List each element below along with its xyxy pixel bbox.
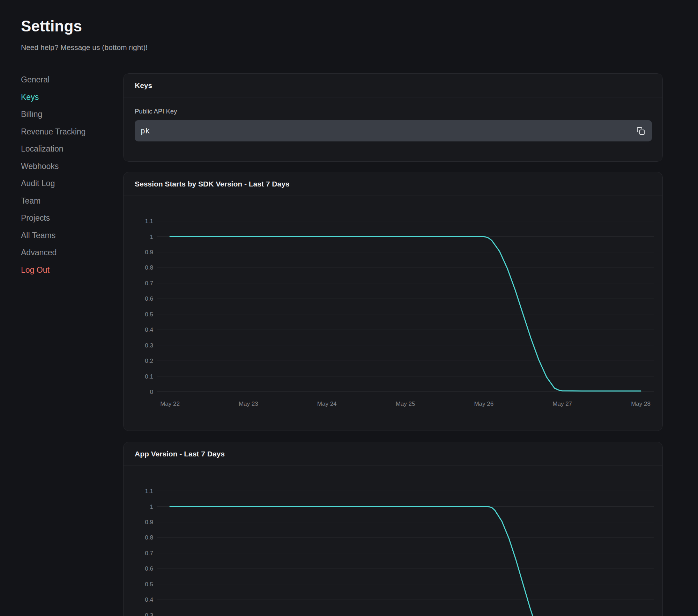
app-version-line-chart: 00.10.20.30.40.50.60.70.80.911.1May 22Ma…	[124, 465, 663, 616]
x-tick-label: May 25	[396, 401, 415, 407]
sdk-version-line-chart: 00.10.20.30.40.50.60.70.80.911.1May 22Ma…	[124, 196, 663, 431]
y-tick-label: 0.1	[145, 373, 153, 380]
sidebar-item-general[interactable]: General	[21, 71, 108, 89]
copy-icon[interactable]	[636, 126, 646, 136]
y-tick-label: 0.8	[145, 264, 153, 271]
sidebar-item-projects[interactable]: Projects	[21, 210, 108, 227]
page-title: Settings	[21, 17, 82, 35]
x-tick-label: May 28	[631, 401, 651, 407]
x-tick-label: May 26	[474, 401, 493, 407]
page-subtitle: Need help? Message us (bottom right)!	[21, 43, 148, 52]
public-api-key-input[interactable]: pk_	[135, 120, 652, 141]
sidebar-item-audit-log[interactable]: Audit Log	[21, 175, 108, 192]
sidebar: General Keys Billing Revenue Tracking Lo…	[21, 71, 108, 279]
y-tick-label: 0.7	[145, 280, 153, 287]
sdk-version-chart-title: Session Starts by SDK Version - Last 7 D…	[135, 180, 290, 188]
y-tick-label: 1.1	[145, 218, 153, 225]
y-tick-label: 1	[150, 234, 153, 240]
sidebar-item-keys[interactable]: Keys	[21, 89, 108, 106]
sidebar-item-team[interactable]: Team	[21, 192, 108, 210]
y-tick-label: 0.5	[145, 311, 153, 318]
public-api-key-value: pk_	[141, 127, 154, 135]
sidebar-item-advanced[interactable]: Advanced	[21, 244, 108, 262]
sidebar-item-webhooks[interactable]: Webhooks	[21, 158, 108, 175]
y-tick-label: 0	[150, 389, 153, 395]
app-version-chart-header: App Version - Last 7 Days	[124, 442, 662, 466]
y-tick-label: 0.6	[145, 565, 153, 572]
y-tick-label: 0.3	[145, 342, 153, 349]
x-tick-label: May 27	[552, 401, 572, 407]
series-line	[170, 237, 641, 391]
public-api-key-label: Public API Key	[135, 108, 651, 115]
y-tick-label: 0.5	[145, 581, 153, 588]
y-tick-label: 0.9	[145, 519, 153, 526]
sidebar-item-log-out[interactable]: Log Out	[21, 262, 108, 279]
y-tick-label: 0.4	[145, 596, 153, 603]
app-version-chart-title: App Version - Last 7 Days	[135, 450, 225, 458]
sidebar-item-all-teams[interactable]: All Teams	[21, 227, 108, 244]
y-tick-label: 1	[150, 504, 153, 510]
x-tick-label: May 24	[317, 401, 337, 407]
y-tick-label: 0.7	[145, 550, 153, 557]
x-tick-label: May 23	[239, 401, 258, 407]
y-tick-label: 0.4	[145, 327, 153, 333]
y-tick-label: 0.2	[145, 358, 153, 364]
y-tick-label: 1.1	[145, 488, 153, 494]
keys-card: Keys Public API Key pk_	[123, 73, 663, 162]
sidebar-item-billing[interactable]: Billing	[21, 106, 108, 123]
x-tick-label: May 22	[160, 401, 180, 407]
keys-card-header: Keys	[124, 74, 662, 97]
y-tick-label: 0.9	[145, 249, 153, 256]
app-version-chart-card: App Version - Last 7 Days 00.10.20.30.40…	[123, 442, 663, 616]
keys-card-title: Keys	[135, 81, 152, 90]
settings-page: Settings Need help? Message us (bottom r…	[0, 0, 698, 616]
keys-card-body: Public API Key pk_	[124, 97, 662, 141]
sdk-version-chart-header: Session Starts by SDK Version - Last 7 D…	[124, 172, 662, 196]
sdk-version-chart-card: Session Starts by SDK Version - Last 7 D…	[123, 172, 663, 431]
y-tick-label: 0.8	[145, 534, 153, 541]
y-tick-label: 0.6	[145, 295, 153, 302]
y-tick-label: 0.3	[145, 612, 153, 616]
sidebar-item-revenue-tracking[interactable]: Revenue Tracking	[21, 123, 108, 141]
sidebar-item-localization[interactable]: Localization	[21, 140, 108, 158]
